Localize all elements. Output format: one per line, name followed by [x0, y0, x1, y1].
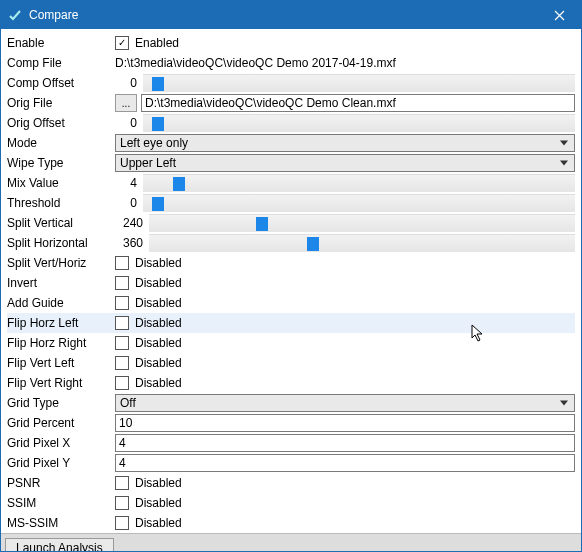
mix-value-value: 4 — [115, 176, 143, 190]
window-title: Compare — [29, 8, 537, 22]
close-button[interactable] — [537, 1, 581, 29]
orig-file-input[interactable]: D:\t3media\videoQC\videoQC Demo Clean.mx… — [141, 94, 575, 112]
ms-ssim-label: MS-SSIM — [7, 516, 115, 530]
grid-percent-input[interactable]: 10 — [115, 414, 575, 432]
psnr-text: Disabled — [135, 476, 182, 490]
close-icon — [554, 10, 565, 21]
enable-label: Enable — [7, 36, 115, 50]
wipe-type-label: Wipe Type — [7, 156, 115, 170]
invert-checkbox[interactable] — [115, 276, 129, 290]
orig-file-browse-button[interactable]: ... — [115, 94, 137, 112]
grid-percent-label: Grid Percent — [7, 416, 115, 430]
split-horizontal-value: 360 — [115, 236, 149, 250]
grid-pixel-x-label: Grid Pixel X — [7, 436, 115, 450]
app-icon — [7, 7, 23, 23]
mix-value-slider[interactable] — [143, 174, 575, 192]
flip-horz-left-label: Flip Horz Left — [7, 316, 115, 330]
mix-value-thumb[interactable] — [173, 177, 185, 191]
comp-offset-value: 0 — [115, 76, 143, 90]
ssim-text: Disabled — [135, 496, 182, 510]
flip-vert-left-text: Disabled — [135, 356, 182, 370]
enable-checkbox[interactable] — [115, 36, 129, 50]
invert-label: Invert — [7, 276, 115, 290]
mode-select[interactable]: Left eye only — [115, 134, 575, 152]
ms-ssim-checkbox[interactable] — [115, 516, 129, 530]
grid-type-select[interactable]: Off — [115, 394, 575, 412]
threshold-value: 0 — [115, 196, 143, 210]
grid-pixel-x-input[interactable]: 4 — [115, 434, 575, 452]
threshold-label: Threshold — [7, 196, 115, 210]
split-vertical-slider[interactable] — [149, 214, 575, 232]
enable-text: Enabled — [135, 36, 179, 50]
orig-file-label: Orig File — [7, 96, 115, 110]
split-vertical-label: Split Vertical — [7, 216, 115, 230]
flip-vert-right-text: Disabled — [135, 376, 182, 390]
comp-offset-thumb[interactable] — [152, 77, 164, 91]
split-horizontal-label: Split Horizontal — [7, 236, 115, 250]
flip-vert-right-checkbox[interactable] — [115, 376, 129, 390]
flip-horz-right-text: Disabled — [135, 336, 182, 350]
split-horizontal-slider[interactable] — [149, 234, 575, 252]
split-vh-checkbox[interactable] — [115, 256, 129, 270]
orig-offset-label: Orig Offset — [7, 116, 115, 130]
orig-offset-slider[interactable] — [143, 114, 575, 132]
comp-offset-label: Comp Offset — [7, 76, 115, 90]
split-vertical-value: 240 — [115, 216, 149, 230]
mode-select-value: Left eye only — [120, 136, 188, 150]
ssim-label: SSIM — [7, 496, 115, 510]
flip-horz-right-label: Flip Horz Right — [7, 336, 115, 350]
mix-value-label: Mix Value — [7, 176, 115, 190]
grid-pixel-y-label: Grid Pixel Y — [7, 456, 115, 470]
content-panel: Enable Enabled Comp File D:\t3media\vide… — [1, 29, 581, 533]
split-horizontal-thumb[interactable] — [307, 237, 319, 251]
threshold-slider[interactable] — [143, 194, 575, 212]
grid-type-label: Grid Type — [7, 396, 115, 410]
ssim-checkbox[interactable] — [115, 496, 129, 510]
flip-horz-left-text: Disabled — [135, 316, 182, 330]
wipe-type-select-value: Upper Left — [120, 156, 176, 170]
add-guide-checkbox[interactable] — [115, 296, 129, 310]
invert-text: Disabled — [135, 276, 182, 290]
comp-offset-slider[interactable] — [143, 74, 575, 92]
add-guide-text: Disabled — [135, 296, 182, 310]
wipe-type-select[interactable]: Upper Left — [115, 154, 575, 172]
grid-type-select-value: Off — [120, 396, 136, 410]
flip-horz-right-checkbox[interactable] — [115, 336, 129, 350]
add-guide-label: Add Guide — [7, 296, 115, 310]
split-vertical-thumb[interactable] — [256, 217, 268, 231]
split-vh-text: Disabled — [135, 256, 182, 270]
flip-vert-right-label: Flip Vert Right — [7, 376, 115, 390]
ms-ssim-text: Disabled — [135, 516, 182, 530]
mode-label: Mode — [7, 136, 115, 150]
launch-analysis-button[interactable]: Launch Analysis — [5, 538, 114, 553]
titlebar: Compare — [1, 1, 581, 29]
orig-offset-thumb[interactable] — [152, 117, 164, 131]
flip-vert-left-checkbox[interactable] — [115, 356, 129, 370]
orig-offset-value: 0 — [115, 116, 143, 130]
flip-horz-left-checkbox[interactable] — [115, 316, 129, 330]
comp-file-label: Comp File — [7, 56, 115, 70]
split-vh-label: Split Vert/Horiz — [7, 256, 115, 270]
comp-file-value: D:\t3media\videoQC\videoQC Demo 2017-04-… — [115, 56, 396, 70]
footer: Launch Analysis — [1, 533, 581, 552]
psnr-label: PSNR — [7, 476, 115, 490]
threshold-thumb[interactable] — [152, 197, 164, 211]
flip-vert-left-label: Flip Vert Left — [7, 356, 115, 370]
psnr-checkbox[interactable] — [115, 476, 129, 490]
grid-pixel-y-input[interactable]: 4 — [115, 454, 575, 472]
